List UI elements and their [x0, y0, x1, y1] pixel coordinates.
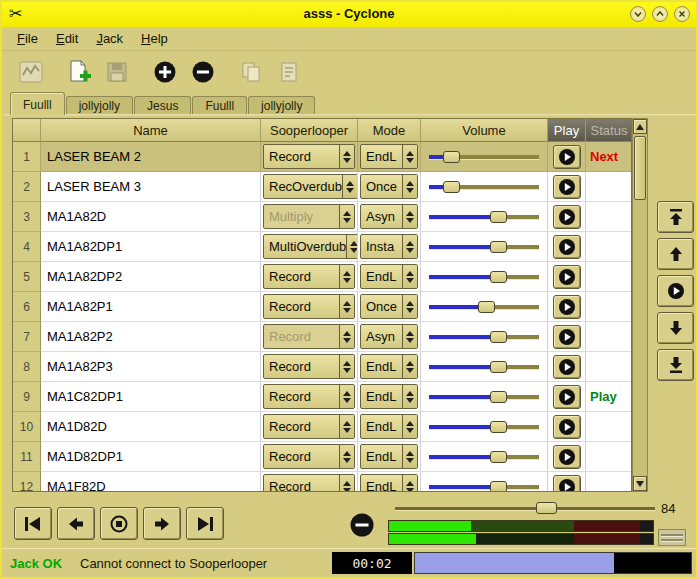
table-row[interactable]: 2 LASER BEAM 3 RecOverdub Once — [13, 172, 631, 202]
volume-handle[interactable] — [443, 181, 460, 193]
tab-fuulll[interactable]: Fuulll — [10, 92, 65, 115]
mode-select[interactable]: EndL — [360, 414, 418, 439]
table-row[interactable]: 12 MA1F82D Record EndL — [13, 472, 631, 492]
table-row[interactable]: 5 MA1A82DP2 Record EndL — [13, 262, 631, 292]
volume-handle[interactable] — [490, 211, 507, 223]
mode-select[interactable]: Once — [360, 174, 418, 199]
move-up-button[interactable] — [657, 238, 694, 270]
spinner-arrows-icon[interactable] — [402, 235, 417, 258]
volume-handle[interactable] — [490, 391, 507, 403]
volume-handle[interactable] — [490, 241, 507, 253]
spinner-arrows-icon[interactable] — [346, 235, 358, 258]
spinner-arrows-icon[interactable] — [342, 175, 357, 198]
table-row[interactable]: 4 MA1A82DP1 MultiOverdub Insta — [13, 232, 631, 262]
save-button[interactable] — [100, 56, 134, 88]
table-row[interactable]: 9 MA1C82DP1 Record EndL — [13, 382, 631, 412]
volume-handle[interactable] — [490, 331, 507, 343]
spinner-arrows-icon[interactable] — [339, 385, 354, 408]
row-play-button[interactable] — [553, 355, 581, 379]
new-loop-button[interactable] — [62, 56, 96, 88]
close-button[interactable] — [674, 6, 690, 22]
spinner-arrows-icon[interactable] — [402, 145, 417, 168]
volume-slider[interactable] — [429, 172, 539, 201]
volume-handle[interactable] — [490, 421, 507, 433]
row-play-button[interactable] — [553, 205, 581, 229]
spinner-arrows-icon[interactable] — [402, 445, 417, 468]
spinner-arrows-icon[interactable] — [402, 355, 417, 378]
table-row[interactable]: 6 MA1A82P1 Record Once — [13, 292, 631, 322]
header-status[interactable]: Status — [586, 119, 632, 142]
spinner-arrows-icon[interactable] — [339, 415, 354, 438]
mode-select[interactable]: Asyn — [360, 324, 418, 349]
sooperlooper-select[interactable]: Record — [263, 444, 355, 469]
maximize-button[interactable] — [652, 6, 668, 22]
tab-jollyjolly[interactable]: jollyjolly — [66, 96, 133, 115]
mode-select[interactable]: EndL — [360, 474, 418, 492]
table-row[interactable]: 7 MA1A82P2 Record Asyn — [13, 322, 631, 352]
volume-slider[interactable] — [429, 412, 539, 441]
spinner-arrows-icon[interactable] — [339, 295, 354, 318]
sooperlooper-select[interactable]: Record — [263, 144, 355, 169]
spinner-arrows-icon[interactable] — [402, 415, 417, 438]
stop-record-button[interactable] — [100, 507, 138, 540]
volume-handle[interactable] — [490, 451, 507, 463]
sooperlooper-select[interactable]: Record — [263, 294, 355, 319]
paste-button[interactable] — [272, 56, 306, 88]
volume-slider[interactable] — [429, 292, 539, 321]
spinner-arrows-icon[interactable] — [402, 205, 417, 228]
row-play-button[interactable] — [553, 235, 581, 259]
row-play-button[interactable] — [553, 175, 581, 199]
table-scrollbar[interactable] — [632, 118, 648, 492]
tempo-slider[interactable] — [395, 500, 655, 516]
remove-row-button[interactable] — [186, 56, 220, 88]
sooperlooper-select[interactable]: Record — [263, 354, 355, 379]
add-row-button[interactable] — [148, 56, 182, 88]
volume-handle[interactable] — [443, 151, 460, 163]
mode-select[interactable]: EndL — [360, 264, 418, 289]
skip-start-button[interactable] — [14, 507, 52, 540]
row-play-button[interactable] — [553, 325, 581, 349]
pan-grip[interactable] — [658, 529, 686, 546]
tab-jollyjolly[interactable]: jollyjolly — [248, 96, 315, 115]
sooperlooper-select[interactable]: MultiOverdub — [263, 234, 358, 259]
tempo-slider-handle[interactable] — [536, 502, 557, 514]
volume-slider[interactable] — [429, 232, 539, 261]
menu-file[interactable]: File — [8, 28, 47, 49]
scroll-up-button[interactable] — [633, 119, 647, 134]
row-play-button[interactable] — [553, 295, 581, 319]
row-play-button[interactable] — [553, 265, 581, 289]
decrement-button[interactable] — [348, 511, 376, 539]
table-row[interactable]: 3 MA1A82D Multiply Asyn — [13, 202, 631, 232]
spinner-arrows-icon[interactable] — [339, 265, 354, 288]
spinner-arrows-icon[interactable] — [402, 325, 417, 348]
row-play-button[interactable] — [553, 385, 581, 409]
volume-slider[interactable] — [429, 202, 539, 231]
spinner-arrows-icon[interactable] — [339, 145, 354, 168]
previous-button[interactable] — [57, 507, 95, 540]
row-play-button[interactable] — [553, 475, 581, 493]
scroll-down-button[interactable] — [633, 476, 647, 491]
volume-handle[interactable] — [478, 301, 495, 313]
menu-jack[interactable]: Jack — [87, 28, 132, 49]
mode-select[interactable]: Asyn — [360, 204, 418, 229]
mode-select[interactable]: Insta — [360, 234, 418, 259]
spinner-arrows-icon[interactable] — [402, 475, 417, 492]
tab-fuulll[interactable]: Fuulll — [192, 96, 247, 115]
volume-slider[interactable] — [429, 442, 539, 471]
header-play[interactable]: Play — [548, 119, 586, 142]
volume-slider[interactable] — [429, 262, 539, 291]
tab-jesus[interactable]: Jesus — [134, 96, 191, 115]
volume-handle[interactable] — [490, 271, 507, 283]
row-play-button[interactable] — [553, 415, 581, 439]
header-name[interactable]: Name — [41, 119, 261, 142]
play-selected-button[interactable] — [657, 275, 694, 307]
copy-button[interactable] — [234, 56, 268, 88]
row-play-button[interactable] — [553, 145, 581, 169]
mode-select[interactable]: EndL — [360, 144, 418, 169]
move-down-button[interactable] — [657, 312, 694, 344]
mode-select[interactable]: EndL — [360, 384, 418, 409]
table-row[interactable]: 1 LASER BEAM 2 Record EndL — [13, 142, 631, 172]
mode-select[interactable]: Once — [360, 294, 418, 319]
sooperlooper-select[interactable]: Record — [263, 414, 355, 439]
sooperlooper-select[interactable]: RecOverdub — [263, 174, 358, 199]
